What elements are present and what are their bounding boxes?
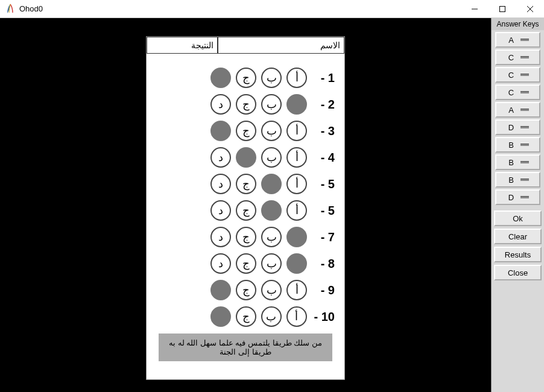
answer-key-letter: A [507, 106, 516, 115]
answer-bubble[interactable]: د [210, 174, 231, 194]
answer-key-letter: B [507, 141, 516, 150]
answer-bubble[interactable]: د [210, 280, 231, 300]
question-row: دجبأ- 7 [156, 224, 335, 250]
dropdown-indicator-icon [520, 91, 529, 93]
question-number: - 5 [314, 177, 335, 191]
answer-bubble[interactable]: ب [261, 94, 282, 115]
answer-key-letter: D [507, 123, 516, 132]
answer-bubble[interactable]: د [210, 121, 231, 141]
answer-bubble[interactable]: أ [286, 121, 307, 141]
close-action-button[interactable]: Close [494, 265, 542, 280]
answer-key-letter: C [507, 88, 516, 97]
answer-bubble[interactable]: د [210, 200, 231, 221]
answer-bubble[interactable]: ب [261, 174, 282, 194]
answer-bubble[interactable]: د [210, 227, 231, 247]
answer-key-selector[interactable]: C [495, 84, 540, 100]
sidebar-title: Answer Keys [492, 18, 544, 30]
footer-quote: من سلك طريقا يلتمس فيه علما سهل الله له … [159, 334, 332, 361]
answer-bubble[interactable]: د [210, 253, 231, 274]
app-icon [5, 4, 16, 14]
maximize-button[interactable] [489, 0, 516, 17]
answer-key-letter: B [507, 158, 516, 167]
dropdown-indicator-icon [520, 144, 529, 146]
question-row: دجبأ- 2 [156, 91, 335, 118]
answer-bubble[interactable]: أ [286, 306, 307, 327]
answer-bubble[interactable]: أ [286, 147, 307, 168]
sidebar: Answer Keys ACCCADBBBD Ok Clear Results … [491, 18, 544, 392]
answer-key-selector[interactable]: A [495, 102, 540, 118]
question-row: دجبأ- 10 [156, 303, 335, 330]
answer-bubble[interactable]: أ [286, 227, 307, 247]
answer-bubble[interactable]: أ [286, 174, 307, 194]
answer-bubble[interactable]: د [210, 306, 231, 327]
question-number: - 2 [314, 98, 335, 112]
dropdown-indicator-icon [520, 196, 529, 198]
answer-key-selector[interactable]: D [495, 119, 540, 135]
answer-bubble[interactable]: ج [236, 253, 256, 274]
answer-key-selector[interactable]: B [495, 172, 540, 188]
question-row: دجبأ- 3 [156, 118, 335, 144]
answer-bubble[interactable]: أ [286, 68, 307, 88]
answer-key-selector[interactable]: C [495, 67, 540, 83]
answer-bubble[interactable]: أ [286, 280, 307, 300]
answer-bubble[interactable]: ج [236, 200, 256, 221]
answer-bubble[interactable]: ج [236, 147, 256, 168]
dropdown-indicator-icon [520, 126, 529, 128]
answer-bubble[interactable]: ج [236, 68, 256, 88]
answer-bubble[interactable]: ج [236, 306, 256, 327]
answer-key-selector[interactable]: D [495, 189, 540, 205]
answer-bubble[interactable]: أ [286, 253, 307, 274]
answer-bubble[interactable]: ب [261, 147, 282, 168]
answer-key-selector[interactable]: B [495, 154, 540, 170]
clear-button[interactable]: Clear [494, 229, 542, 244]
dropdown-indicator-icon [520, 39, 529, 41]
ok-button[interactable]: Ok [494, 210, 542, 226]
question-number: - 10 [314, 310, 335, 324]
answer-key-letter: D [507, 193, 516, 202]
answer-bubble[interactable]: د [210, 147, 231, 168]
answer-bubble[interactable]: ب [261, 253, 282, 274]
svg-rect-1 [500, 6, 505, 11]
answer-bubble[interactable]: ج [236, 174, 256, 194]
answer-bubble[interactable]: ب [261, 200, 282, 221]
window-titlebar: Ohod0 [0, 0, 544, 18]
dropdown-indicator-icon [520, 56, 529, 58]
result-header: النتيجة [147, 37, 218, 54]
answer-bubble[interactable]: ج [236, 121, 256, 141]
main-canvas: النتيجة الاسم دجبأ- 1دجبأ- 2دجبأ- 3دجبأ-… [0, 18, 491, 392]
question-number: - 9 [314, 283, 335, 297]
answer-bubble[interactable]: ج [236, 94, 256, 115]
answer-bubble[interactable]: أ [286, 94, 307, 115]
answer-bubble[interactable]: د [210, 94, 231, 115]
minimize-button[interactable] [461, 0, 489, 17]
question-number: - 5 [314, 204, 335, 218]
answer-bubble[interactable]: أ [286, 200, 307, 221]
dropdown-indicator-icon [520, 179, 529, 181]
answer-key-letter: A [507, 36, 516, 45]
question-number: - 7 [314, 230, 335, 244]
question-number: - 8 [314, 257, 335, 271]
answer-bubble[interactable]: ب [261, 227, 282, 247]
answer-bubble[interactable]: د [210, 68, 231, 88]
answer-bubble[interactable]: ب [261, 68, 282, 88]
answer-bubble[interactable]: ب [261, 280, 282, 300]
answer-bubble[interactable]: ج [236, 280, 256, 300]
dropdown-indicator-icon [520, 74, 529, 76]
question-number: - 1 [314, 71, 335, 85]
window-title: Ohod0 [19, 4, 43, 13]
answer-bubble[interactable]: ب [261, 121, 282, 141]
answer-bubble[interactable]: ب [261, 306, 282, 327]
question-number: - 3 [314, 124, 335, 138]
question-row: دجبأ- 4 [156, 144, 335, 171]
question-row: دجبأ- 8 [156, 250, 335, 277]
results-button[interactable]: Results [494, 247, 542, 262]
answer-bubble[interactable]: ج [236, 227, 256, 247]
answer-key-selector[interactable]: B [495, 137, 540, 153]
question-row: دجبأ- 5 [156, 197, 335, 224]
answer-key-letter: C [507, 53, 516, 62]
question-row: دجبأ- 5 [156, 171, 335, 197]
close-button[interactable] [516, 0, 544, 17]
answer-key-selector[interactable]: A [495, 32, 540, 48]
answer-key-selector[interactable]: C [495, 49, 540, 65]
dropdown-indicator-icon [520, 161, 529, 163]
